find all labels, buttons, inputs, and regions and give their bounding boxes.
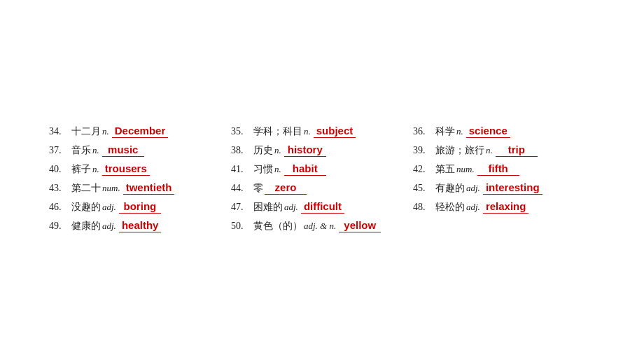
part-of-speech: n. — [456, 126, 463, 137]
answer-text: yellow — [339, 219, 381, 232]
part-of-speech: n. — [92, 164, 99, 175]
worksheet-row: 46.没趣的 adj.boring47.困难的 adj.difficult48.… — [49, 200, 595, 214]
chinese-word: 学科；科目 — [253, 125, 302, 138]
vocab-cell: 36.科学 n.science — [413, 125, 595, 138]
item-number: 39. — [413, 145, 433, 156]
answer-text: music — [102, 144, 144, 157]
answer-text: healthy — [119, 219, 162, 232]
part-of-speech: adj. — [466, 183, 480, 194]
answer-text: interesting — [483, 181, 542, 195]
item-number: 44. — [231, 183, 251, 194]
item-number: 49. — [49, 221, 69, 232]
chinese-word: 有趣的 — [435, 182, 465, 195]
item-number: 40. — [49, 164, 69, 175]
vocab-cell: 35.学科；科目 n.subject — [231, 125, 413, 138]
part-of-speech: num. — [102, 183, 120, 194]
chinese-word: 旅游；旅行 — [435, 144, 484, 157]
chinese-word: 历史 — [253, 144, 273, 157]
chinese-word: 健康的 — [71, 220, 101, 232]
part-of-speech: adj. — [466, 202, 480, 213]
item-number: 42. — [413, 164, 433, 175]
chinese-word: 第二十 — [71, 182, 101, 195]
answer-text: zero — [265, 181, 307, 195]
item-number: 41. — [231, 164, 251, 175]
chinese-word: 零 — [253, 182, 263, 195]
vocab-cell: 47.困难的 adj.difficult — [231, 200, 413, 214]
worksheet-row: 43.第二十 num.twentieth44.零zero45.有趣的 adj.i… — [49, 181, 595, 195]
worksheet-row: 37.音乐 n.music38.历史 n.history39.旅游；旅行 n.t… — [49, 144, 595, 157]
chinese-word: 第五 — [435, 163, 455, 176]
item-number: 35. — [231, 126, 251, 137]
worksheet-row: 34.十二月 n.December35.学科；科目 n.subject36.科学… — [49, 125, 595, 138]
chinese-word: 音乐 — [71, 144, 91, 157]
answer-text: boring — [119, 200, 161, 214]
vocab-cell: 50.黄色（的） adj. & n.yellow — [231, 219, 413, 232]
item-number: 48. — [413, 202, 433, 213]
chinese-word: 轻松的 — [435, 201, 465, 214]
item-number: 37. — [49, 145, 69, 156]
answer-text: December — [112, 125, 169, 138]
answer-text: relaxing — [483, 200, 529, 214]
part-of-speech: adj. & n. — [304, 221, 336, 232]
chinese-word: 科学 — [435, 125, 455, 138]
vocab-cell: 37.音乐 n.music — [49, 144, 231, 157]
answer-text: habit — [284, 162, 326, 176]
vocab-cell: 42.第五 num.fifth — [413, 162, 595, 176]
vocab-cell: 39.旅游；旅行 n.trip — [413, 144, 595, 157]
part-of-speech: adj. — [284, 202, 298, 213]
item-number: 45. — [413, 183, 433, 194]
chinese-word: 裤子 — [71, 163, 91, 176]
answer-text: trip — [496, 144, 538, 157]
part-of-speech: n. — [486, 145, 493, 156]
vocab-cell: 46.没趣的 adj.boring — [49, 200, 231, 214]
answer-text: history — [284, 144, 326, 157]
vocab-cell: 38.历史 n.history — [231, 144, 413, 157]
part-of-speech: n. — [92, 145, 99, 156]
vocab-cell: 43.第二十 num.twentieth — [49, 181, 231, 195]
answer-text: twentieth — [123, 181, 175, 195]
answer-text: trousers — [102, 162, 150, 176]
vocab-cell: 45.有趣的 adj.interesting — [413, 181, 595, 195]
item-number: 36. — [413, 126, 433, 137]
part-of-speech: n. — [102, 126, 109, 137]
item-number: 38. — [231, 145, 251, 156]
chinese-word: 十二月 — [71, 125, 101, 138]
item-number: 34. — [49, 126, 69, 137]
answer-text: subject — [314, 125, 356, 138]
part-of-speech: adj. — [102, 202, 116, 213]
chinese-word: 黄色（的） — [253, 220, 302, 232]
worksheet: 34.十二月 n.December35.学科；科目 n.subject36.科学… — [49, 111, 595, 252]
part-of-speech: n. — [274, 145, 281, 156]
item-number: 50. — [231, 221, 251, 232]
part-of-speech: adj. — [102, 221, 116, 232]
part-of-speech: n. — [304, 126, 311, 137]
item-number: 46. — [49, 202, 69, 213]
answer-text: difficult — [301, 200, 344, 214]
chinese-word: 困难的 — [253, 201, 283, 214]
chinese-word: 没趣的 — [71, 201, 101, 214]
vocab-cell: 48.轻松的 adj.relaxing — [413, 200, 595, 214]
vocab-cell: 41.习惯 n.habit — [231, 162, 413, 176]
answer-text: fifth — [477, 162, 519, 176]
part-of-speech: num. — [456, 164, 475, 175]
chinese-word: 习惯 — [253, 163, 273, 176]
vocab-cell: 34.十二月 n.December — [49, 125, 231, 138]
worksheet-row: 49.健康的 adj.healthy50.黄色（的） adj. & n.yell… — [49, 219, 595, 232]
vocab-cell: 49.健康的 adj.healthy — [49, 219, 231, 232]
vocab-cell: 40.裤子 n.trousers — [49, 162, 231, 176]
part-of-speech: n. — [274, 164, 281, 175]
item-number: 43. — [49, 183, 69, 194]
item-number: 47. — [231, 202, 251, 213]
vocab-cell: 44.零zero — [231, 181, 413, 195]
answer-text: science — [466, 125, 510, 138]
worksheet-row: 40.裤子 n.trousers41.习惯 n.habit42.第五 num.f… — [49, 162, 595, 176]
